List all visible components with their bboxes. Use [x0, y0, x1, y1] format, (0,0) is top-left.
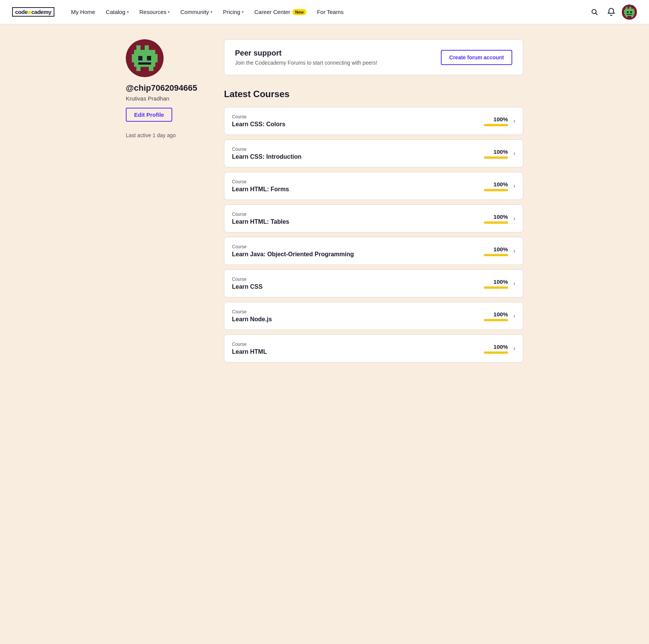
progress-bar-fill: [484, 189, 508, 191]
svg-rect-14: [136, 45, 141, 50]
svg-line-1: [596, 13, 598, 15]
course-card[interactable]: Course Learn HTML 100% ›: [224, 334, 523, 362]
svg-rect-16: [134, 50, 155, 54]
svg-rect-11: [630, 11, 632, 13]
course-type: Course: [232, 212, 484, 217]
nav-links: My Home Catalog ▾ Resources ▾ Community …: [66, 6, 589, 18]
course-right: 100% ›: [484, 214, 515, 224]
progress-bar: [484, 319, 508, 321]
svg-rect-6: [624, 10, 635, 14]
nav-item-pricing[interactable]: Pricing ▾: [218, 6, 248, 18]
nav-item-career-center[interactable]: Career Center New: [250, 6, 311, 18]
course-progress-wrap: 100%: [484, 214, 508, 224]
chevron-right-icon: ›: [513, 248, 515, 254]
course-name: Learn HTML: Forms: [232, 186, 484, 193]
username: @chip7062094665: [126, 83, 209, 93]
chevron-down-icon: ▾: [127, 10, 129, 14]
chevron-right-icon: ›: [513, 183, 515, 189]
course-name: Learn HTML: Tables: [232, 218, 484, 225]
notifications-button[interactable]: [605, 6, 617, 19]
navbar: codecademy My Home Catalog ▾ Resources ▾…: [0, 0, 649, 24]
logo-code-text: code: [15, 9, 28, 15]
nav-item-resources[interactable]: Resources ▾: [135, 6, 175, 18]
course-right: 100% ›: [484, 116, 515, 126]
progress-bar: [484, 254, 508, 256]
progress-bar: [484, 156, 508, 159]
peer-support-title: Peer support: [235, 49, 377, 57]
svg-rect-9: [631, 15, 633, 17]
course-progress-wrap: 100%: [484, 149, 508, 159]
fullname: Krutivas Pradhan: [126, 95, 209, 102]
course-progress-wrap: 100%: [484, 311, 508, 321]
chevron-right-icon: ›: [513, 313, 515, 319]
bell-icon: [607, 8, 615, 16]
course-info: Course Learn HTML: [232, 342, 484, 355]
course-card[interactable]: Course Learn HTML: Tables 100% ›: [224, 204, 523, 232]
course-card[interactable]: Course Learn CSS: Colors 100% ›: [224, 107, 523, 135]
latest-courses-title: Latest Courses: [224, 89, 523, 99]
avatar-pixel-icon-large: [128, 41, 162, 75]
course-info: Course Learn CSS: [232, 277, 484, 290]
search-button[interactable]: [589, 6, 601, 18]
nav-actions: [589, 5, 637, 20]
chevron-right-icon: ›: [513, 345, 515, 352]
course-card[interactable]: Course Learn Node.js 100% ›: [224, 302, 523, 330]
edit-profile-button[interactable]: Edit Profile: [126, 108, 172, 122]
main-layout: @chip7062094665 Krutivas Pradhan Edit Pr…: [117, 24, 532, 382]
course-info: Course Learn Node.js: [232, 309, 484, 323]
nav-item-community[interactable]: Community ▾: [176, 6, 217, 18]
progress-bar: [484, 124, 508, 126]
sidebar: @chip7062094665 Krutivas Pradhan Edit Pr…: [126, 39, 209, 367]
create-forum-button[interactable]: Create forum account: [441, 50, 512, 65]
course-type: Course: [232, 147, 484, 152]
progress-bar-fill: [484, 351, 508, 354]
course-name: Learn HTML: [232, 348, 484, 355]
search-icon: [591, 8, 598, 16]
progress-bar: [484, 189, 508, 191]
svg-rect-10: [627, 11, 629, 13]
course-percent: 100%: [484, 149, 508, 155]
chevron-down-icon: ▾: [168, 10, 170, 14]
course-progress-wrap: 100%: [484, 279, 508, 289]
nav-item-catalog[interactable]: Catalog ▾: [101, 6, 133, 18]
course-info: Course Learn CSS: Introduction: [232, 147, 484, 160]
course-right: 100% ›: [484, 149, 515, 159]
course-card[interactable]: Course Learn HTML: Forms 100% ›: [224, 172, 523, 200]
course-type: Course: [232, 342, 484, 347]
course-info: Course Learn HTML: Tables: [232, 212, 484, 225]
course-percent: 100%: [484, 246, 508, 252]
nav-item-my-home[interactable]: My Home: [66, 6, 100, 18]
course-info: Course Learn HTML: Forms: [232, 179, 484, 193]
course-type: Course: [232, 244, 484, 249]
user-avatar-nav[interactable]: [622, 5, 637, 20]
main-content: Peer support Join the Codecademy Forums …: [224, 39, 523, 367]
progress-bar: [484, 221, 508, 224]
nav-item-for-teams[interactable]: For Teams: [312, 6, 348, 18]
course-type: Course: [232, 114, 484, 119]
course-name: Learn CSS: Introduction: [232, 153, 484, 160]
course-type: Course: [232, 309, 484, 314]
last-active-text: Last active 1 day ago: [126, 132, 209, 138]
avatar-pixel-icon: [622, 5, 637, 19]
course-percent: 100%: [484, 279, 508, 285]
progress-bar: [484, 351, 508, 354]
course-percent: 100%: [484, 214, 508, 220]
svg-rect-15: [145, 45, 149, 50]
course-right: 100% ›: [484, 279, 515, 289]
chevron-right-icon: ›: [513, 150, 515, 157]
svg-rect-8: [626, 15, 628, 17]
svg-rect-23: [138, 62, 151, 65]
new-badge: New: [292, 9, 306, 15]
user-avatar: [126, 39, 164, 77]
chevron-down-icon: ▾: [242, 10, 244, 14]
course-percent: 100%: [484, 181, 508, 187]
course-card[interactable]: Course Learn CSS 100% ›: [224, 269, 523, 297]
svg-rect-21: [138, 56, 142, 60]
course-percent: 100%: [484, 344, 508, 350]
progress-bar-fill: [484, 254, 508, 256]
logo[interactable]: codecademy: [12, 7, 54, 17]
course-card[interactable]: Course Learn Java: Object-Oriented Progr…: [224, 237, 523, 265]
course-progress-wrap: 100%: [484, 116, 508, 126]
peer-support-text: Peer support Join the Codecademy Forums …: [235, 49, 377, 66]
course-card[interactable]: Course Learn CSS: Introduction 100% ›: [224, 139, 523, 167]
